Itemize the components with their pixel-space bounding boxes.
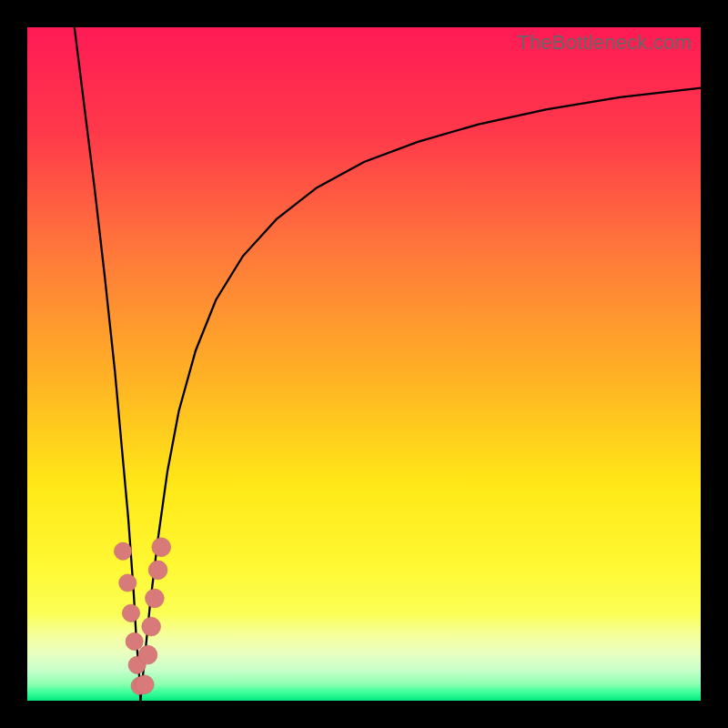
data-marker (122, 604, 139, 622)
data-marker (135, 675, 154, 694)
data-marker (152, 538, 171, 557)
watermark-text: TheBottleneck.com (517, 31, 692, 55)
data-marker (126, 632, 143, 650)
marker-group (114, 538, 170, 694)
chart-frame: TheBottleneck.com (0, 0, 728, 728)
plot-area: TheBottleneck.com (27, 27, 701, 701)
curve-layer (27, 27, 701, 701)
data-marker (148, 561, 167, 580)
data-marker (142, 617, 161, 636)
curve-left (75, 27, 141, 701)
data-marker (138, 645, 157, 664)
data-marker (119, 574, 136, 592)
curve-right (140, 88, 701, 701)
data-marker (114, 542, 131, 560)
data-marker (146, 589, 165, 608)
